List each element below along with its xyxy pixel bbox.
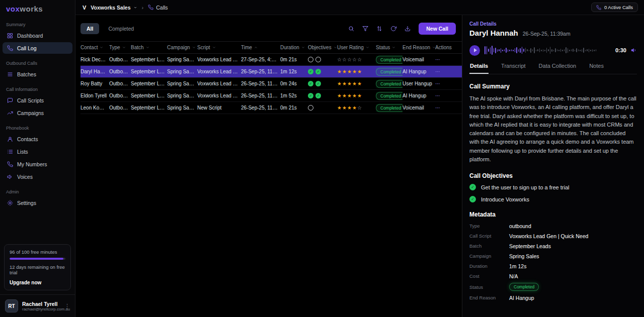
chevron-down-icon bbox=[100, 46, 103, 49]
sidebar-item-contacts[interactable]: Contacts bbox=[3, 133, 72, 145]
row-actions-button[interactable]: ⋯ bbox=[435, 93, 457, 98]
upgrade-now-link[interactable]: Upgrade now bbox=[10, 280, 65, 285]
wave-bar bbox=[490, 47, 491, 54]
contact-name: Daryl Hannah bbox=[469, 29, 518, 37]
search-icon[interactable] bbox=[348, 26, 354, 32]
wave-bar bbox=[536, 50, 537, 51]
detail-tab-details[interactable]: Details bbox=[469, 59, 489, 74]
wave-bar bbox=[550, 47, 551, 54]
filter-icon[interactable] bbox=[362, 26, 368, 32]
sidebar-item-lists[interactable]: Lists bbox=[3, 146, 72, 157]
metadata-label: Call Script bbox=[469, 233, 509, 239]
table-row[interactable]: Leon KowalskiOutboundSeptember LeadsSpri… bbox=[80, 102, 462, 114]
column-header-actions[interactable]: Actions bbox=[435, 45, 457, 50]
table-row[interactable]: Eldon TyrellOutboundSeptember LeadsSprin… bbox=[80, 90, 462, 102]
row-actions-button[interactable]: ⋯ bbox=[435, 81, 457, 86]
metadata-label: Status bbox=[469, 284, 509, 290]
chevron-down-icon bbox=[192, 46, 196, 49]
refresh-icon[interactable] bbox=[390, 26, 396, 32]
objective-done-icon: ✓ bbox=[315, 69, 321, 74]
wave-bar bbox=[522, 47, 523, 54]
trial-days-label: 12 days remaining on free trial bbox=[10, 264, 65, 275]
column-label: Duration bbox=[280, 45, 299, 50]
star-filled-icon: ★ bbox=[357, 93, 362, 98]
detail-tab-data-collection[interactable]: Data Collection bbox=[538, 59, 577, 74]
sidebar-item-call-log[interactable]: Call Log bbox=[3, 42, 72, 54]
trial-progress-bar bbox=[10, 258, 65, 260]
cell-batch: September Leads bbox=[131, 93, 167, 98]
detail-tab-notes[interactable]: Notes bbox=[589, 59, 604, 74]
tab-all[interactable]: All bbox=[80, 23, 99, 34]
breadcrumb-page[interactable]: Calls bbox=[148, 5, 168, 11]
wave-bar bbox=[523, 49, 524, 52]
download-icon[interactable] bbox=[405, 26, 411, 32]
call-details-label[interactable]: Call Details bbox=[469, 21, 637, 27]
metadata-value: AI Hangup bbox=[509, 295, 534, 301]
sidebar-item-label: Dashboard bbox=[17, 33, 43, 39]
user-row[interactable]: RT Rachael Tyrell rachael@tyrellcorp.com… bbox=[0, 294, 75, 317]
cell-status: Completed bbox=[376, 68, 403, 76]
wave-bar bbox=[546, 48, 547, 53]
column-header-campaign[interactable]: Campaign bbox=[167, 45, 197, 50]
wave-bar bbox=[566, 47, 567, 53]
sidebar-item-campaigns[interactable]: Campaigns bbox=[3, 107, 72, 119]
table-body: Rick DeckardOutboundSeptember LeadsSprin… bbox=[80, 54, 462, 114]
phone-icon bbox=[596, 5, 601, 10]
chevron-down-icon bbox=[334, 46, 337, 49]
table-row[interactable]: Daryl HannahOutboundSeptember LeadsSprin… bbox=[80, 66, 462, 78]
column-header-objectives[interactable]: Objectives bbox=[308, 45, 337, 50]
cell-status: Completed bbox=[376, 92, 403, 100]
sidebar-item-dashboard[interactable]: Dashboard bbox=[3, 30, 72, 41]
sidebar-item-call-scripts[interactable]: Call Scripts bbox=[3, 94, 72, 106]
row-actions-button[interactable]: ⋯ bbox=[435, 105, 457, 111]
sidebar-section-label: Summary bbox=[6, 22, 69, 27]
audio-waveform[interactable] bbox=[485, 44, 611, 56]
table-row[interactable]: Rick DeckardOutboundSeptember LeadsSprin… bbox=[80, 54, 462, 66]
status-badge: Completed bbox=[376, 56, 403, 64]
sort-icon[interactable] bbox=[376, 26, 382, 32]
metadata-label: Campaign bbox=[469, 253, 509, 259]
wave-bar bbox=[488, 49, 489, 52]
volume-icon[interactable] bbox=[631, 47, 637, 53]
wave-bar bbox=[525, 48, 526, 53]
column-header-status[interactable]: Status bbox=[376, 45, 403, 50]
sidebar-item-label: Call Log bbox=[17, 45, 37, 51]
column-header-script[interactable]: Script bbox=[197, 45, 241, 50]
cell-contact: Daryl Hannah bbox=[80, 69, 109, 74]
wave-bar bbox=[558, 50, 559, 51]
sidebar-item-batches[interactable]: Batches bbox=[3, 68, 72, 80]
sidebar-item-my-numbers[interactable]: My Numbers bbox=[3, 158, 72, 170]
column-header-type[interactable]: Type bbox=[109, 45, 131, 50]
objective-done-icon: ✓ bbox=[308, 81, 313, 86]
column-header-duration[interactable]: Duration bbox=[280, 45, 308, 50]
play-button[interactable] bbox=[469, 45, 480, 56]
trial-progress-fill bbox=[10, 258, 63, 260]
column-header-user-rating[interactable]: User Rating bbox=[337, 45, 376, 50]
metadata-row: End ReasonAI Hangup bbox=[469, 294, 637, 301]
breadcrumb-org[interactable]: Voxworks Sales bbox=[91, 5, 137, 11]
column-header-contact[interactable]: Contact bbox=[80, 45, 109, 50]
tab-completed[interactable]: Completed bbox=[102, 23, 140, 34]
status-badge: Completed bbox=[376, 68, 403, 76]
column-header-time[interactable]: Time bbox=[241, 45, 280, 50]
cell-contact: Rick Deckard bbox=[80, 57, 109, 62]
row-actions-button[interactable]: ⋯ bbox=[435, 69, 457, 74]
table-row[interactable]: Roy BattyOutboundSeptember LeadsSpring S… bbox=[80, 78, 462, 90]
star-filled-icon: ★ bbox=[352, 105, 357, 111]
cell-time: 27-Sep-25, 4:32pm bbox=[241, 57, 280, 62]
new-call-button[interactable]: New Call bbox=[419, 23, 456, 35]
cell-time: 26-Sep-25, 11:39am bbox=[241, 69, 280, 74]
wave-bar bbox=[499, 49, 500, 51]
sidebar-item-voices[interactable]: Voices bbox=[3, 171, 72, 182]
metadata-row: CostN/A bbox=[469, 273, 637, 279]
column-header-end-reason[interactable]: End Reason bbox=[403, 45, 435, 50]
detail-tab-transcript[interactable]: Transcript bbox=[501, 59, 526, 74]
column-header-batch[interactable]: Batch bbox=[131, 45, 167, 50]
row-actions-button[interactable]: ⋯ bbox=[435, 57, 457, 62]
star-filled-icon: ★ bbox=[337, 69, 342, 74]
content: All Completed New Call ContactTypeBatchC… bbox=[75, 15, 644, 317]
active-calls-badge[interactable]: 0 Active Calls bbox=[591, 3, 638, 12]
sidebar-item-settings[interactable]: Settings bbox=[3, 197, 72, 208]
user-menu-icon[interactable]: ⋮ bbox=[64, 303, 70, 309]
wave-bar bbox=[548, 49, 549, 51]
